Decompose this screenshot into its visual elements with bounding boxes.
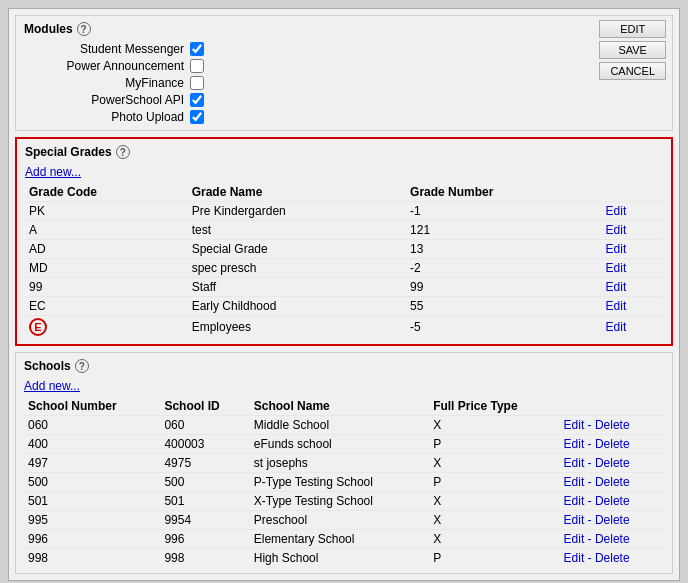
module-checkbox-myfinance[interactable]: [190, 76, 204, 90]
school-actions-cell: Edit - Delete: [560, 473, 664, 492]
schools-title-text: Schools: [24, 359, 71, 373]
school-type-cell: P: [429, 435, 559, 454]
grade-edit-link[interactable]: Edit: [606, 280, 627, 294]
school-name-cell: P-Type Testing School: [250, 473, 429, 492]
school-name-cell: Preschool: [250, 511, 429, 530]
modules-title-text: Modules: [24, 22, 73, 36]
col-full-price-type: Full Price Type: [429, 397, 559, 416]
grade-name-cell: Early Childhood: [188, 297, 406, 316]
table-row: 996996Elementary SchoolXEdit - Delete: [24, 530, 664, 549]
col-school-id: School ID: [160, 397, 249, 416]
module-item-student-messenger: Student Messenger: [44, 42, 664, 56]
module-label-myfinance: MyFinance: [44, 76, 184, 90]
school-actions-cell: Edit - Delete: [560, 416, 664, 435]
grade-number-cell: 121: [406, 221, 602, 240]
module-checkbox-student-messenger[interactable]: [190, 42, 204, 56]
col-grade-name: Grade Name: [188, 183, 406, 202]
grade-edit-link[interactable]: Edit: [606, 204, 627, 218]
grade-code-cell: 99: [25, 278, 188, 297]
grade-name-cell: Pre Kindergarden: [188, 202, 406, 221]
col-grade-number: Grade Number: [406, 183, 602, 202]
table-row: 99Staff99Edit: [25, 278, 663, 297]
save-button[interactable]: SAVE: [599, 41, 666, 59]
modules-section: Modules ? Student Messenger Power Announ…: [15, 15, 673, 131]
grade-name-cell: Employees: [188, 316, 406, 339]
modules-title: Modules ?: [24, 22, 664, 36]
table-row: Atest121Edit: [25, 221, 663, 240]
school-type-cell: X: [429, 416, 559, 435]
schools-title: Schools ?: [24, 359, 664, 373]
school-number-cell: 998: [24, 549, 160, 568]
table-row: 9959954PreschoolXEdit - Delete: [24, 511, 664, 530]
school-actions-cell: Edit - Delete: [560, 492, 664, 511]
table-row: 4974975st josephsXEdit - Delete: [24, 454, 664, 473]
school-name-cell: Middle School: [250, 416, 429, 435]
grade-code-cell: A: [25, 221, 188, 240]
grade-edit-link[interactable]: Edit: [606, 320, 627, 334]
school-actions-cell: Edit - Delete: [560, 530, 664, 549]
special-grades-title-text: Special Grades: [25, 145, 112, 159]
col-school-number: School Number: [24, 397, 160, 416]
grade-edit-link[interactable]: Edit: [606, 223, 627, 237]
grade-edit-cell: Edit: [602, 297, 663, 316]
school-edit-delete-link[interactable]: Edit - Delete: [564, 532, 630, 546]
cancel-button[interactable]: CANCEL: [599, 62, 666, 80]
module-label-photo-upload: Photo Upload: [44, 110, 184, 124]
school-number-cell: 501: [24, 492, 160, 511]
special-grades-help-icon[interactable]: ?: [116, 145, 130, 159]
school-name-cell: High School: [250, 549, 429, 568]
schools-section: Schools ? Add new... School Number Schoo…: [15, 352, 673, 574]
module-item-photo-upload: Photo Upload: [44, 110, 664, 124]
school-type-cell: P: [429, 473, 559, 492]
edit-button[interactable]: EDIT: [599, 20, 666, 38]
school-type-cell: P: [429, 549, 559, 568]
school-number-cell: 400: [24, 435, 160, 454]
school-actions-cell: Edit - Delete: [560, 511, 664, 530]
school-edit-delete-link[interactable]: Edit - Delete: [564, 475, 630, 489]
school-edit-delete-link[interactable]: Edit - Delete: [564, 551, 630, 565]
school-number-cell: 996: [24, 530, 160, 549]
grade-edit-cell: Edit: [602, 259, 663, 278]
table-row: MDspec presch-2Edit: [25, 259, 663, 278]
modules-help-icon[interactable]: ?: [77, 22, 91, 36]
school-name-cell: X-Type Testing School: [250, 492, 429, 511]
grade-edit-link[interactable]: Edit: [606, 242, 627, 256]
grade-edit-link[interactable]: Edit: [606, 299, 627, 313]
school-edit-delete-link[interactable]: Edit - Delete: [564, 418, 630, 432]
module-checkbox-power-announcement[interactable]: [190, 59, 204, 73]
school-edit-delete-link[interactable]: Edit - Delete: [564, 513, 630, 527]
grade-code-cell: MD: [25, 259, 188, 278]
table-row: PKPre Kindergarden-1Edit: [25, 202, 663, 221]
module-checkbox-photo-upload[interactable]: [190, 110, 204, 124]
col-school-name: School Name: [250, 397, 429, 416]
school-edit-delete-link[interactable]: Edit - Delete: [564, 494, 630, 508]
schools-add-new[interactable]: Add new...: [24, 379, 664, 393]
grade-edit-link[interactable]: Edit: [606, 261, 627, 275]
school-id-cell: 9954: [160, 511, 249, 530]
grade-number-cell: -2: [406, 259, 602, 278]
table-row: 400400003eFunds schoolPEdit - Delete: [24, 435, 664, 454]
grade-edit-cell: Edit: [602, 240, 663, 259]
schools-help-icon[interactable]: ?: [75, 359, 89, 373]
table-row: EEmployees-5Edit: [25, 316, 663, 339]
grade-edit-cell: Edit: [602, 316, 663, 339]
school-id-cell: 501: [160, 492, 249, 511]
grade-code-cell: E: [25, 316, 188, 339]
circled-grade-code: E: [29, 318, 47, 336]
module-item-myfinance: MyFinance: [44, 76, 664, 90]
modules-list: Student Messenger Power Announcement MyF…: [24, 42, 664, 124]
grade-number-cell: 99: [406, 278, 602, 297]
school-number-cell: 500: [24, 473, 160, 492]
grade-edit-cell: Edit: [602, 202, 663, 221]
school-id-cell: 4975: [160, 454, 249, 473]
table-row: 500500P-Type Testing SchoolPEdit - Delet…: [24, 473, 664, 492]
school-edit-delete-link[interactable]: Edit - Delete: [564, 437, 630, 451]
col-grade-code: Grade Code: [25, 183, 188, 202]
module-checkbox-powerschool-api[interactable]: [190, 93, 204, 107]
main-container: Modules ? Student Messenger Power Announ…: [8, 8, 680, 581]
special-grades-add-new[interactable]: Add new...: [25, 165, 663, 179]
module-label-power-announcement: Power Announcement: [44, 59, 184, 73]
school-actions-cell: Edit - Delete: [560, 454, 664, 473]
school-edit-delete-link[interactable]: Edit - Delete: [564, 456, 630, 470]
school-actions-cell: Edit - Delete: [560, 549, 664, 568]
